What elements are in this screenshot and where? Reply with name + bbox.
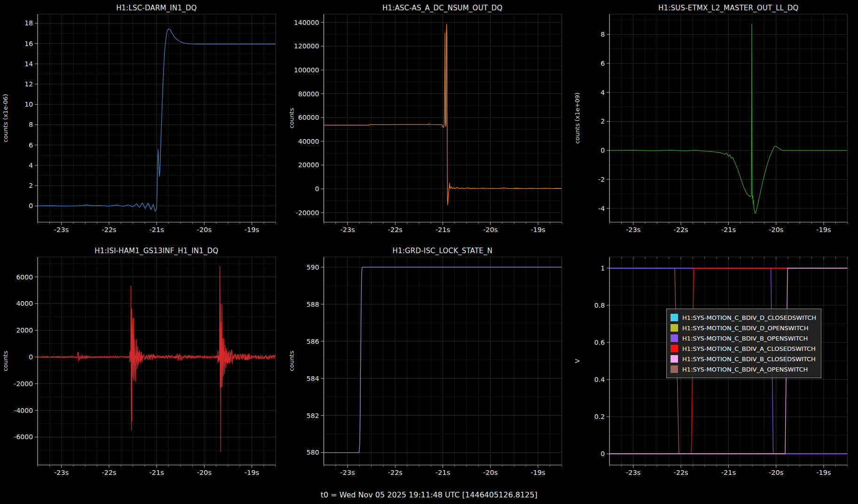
svg-text:-22s: -22s bbox=[101, 469, 116, 476]
svg-text:-4000: -4000 bbox=[14, 407, 33, 414]
svg-text:-20000: -20000 bbox=[296, 209, 319, 217]
svg-text:80000: 80000 bbox=[298, 90, 319, 98]
legend-swatch bbox=[671, 365, 678, 373]
svg-text:12: 12 bbox=[24, 80, 33, 88]
svg-text:6: 6 bbox=[601, 60, 605, 67]
panel-asc-as: H1:ASC-AS_A_DC_NSUM_OUT_DQ -23s-22s-21s-… bbox=[286, 0, 572, 243]
svg-text:40000: 40000 bbox=[298, 138, 319, 145]
svg-text:0.2: 0.2 bbox=[594, 413, 605, 420]
legend-swatch bbox=[671, 314, 678, 321]
asc-as-plot[interactable]: -23s-22s-21s-20s-19s-2000002000040000600… bbox=[286, 0, 572, 243]
legend-entry: H1:SYS-MOTION_C_BDIV_A_CLOSEDSWITCH bbox=[671, 343, 816, 354]
svg-text:6: 6 bbox=[29, 141, 33, 149]
svg-text:-22s: -22s bbox=[388, 226, 402, 233]
panel-sys-motion: -23s-22s-21s-20s-19s00.20.40.60.81V H1:S… bbox=[572, 243, 858, 486]
svg-text:586: 586 bbox=[306, 338, 319, 345]
svg-text:10: 10 bbox=[24, 101, 33, 108]
svg-text:20000: 20000 bbox=[298, 162, 319, 169]
svg-text:-21s: -21s bbox=[721, 226, 736, 233]
legend-entry-label: H1:SYS-MOTION_C_BDIV_B_CLOSEDSWITCH bbox=[682, 356, 816, 363]
svg-text:-22s: -22s bbox=[674, 469, 688, 476]
isi-ham1-plot[interactable]: -23s-22s-21s-20s-19s-6000-4000-200002000… bbox=[0, 243, 286, 486]
svg-text:-20s: -20s bbox=[483, 469, 498, 476]
plot-grid: H1:LSC-DARM_IN1_DQ -23s-22s-21s-20s-19s0… bbox=[0, 0, 858, 486]
legend-entry-label: H1:SYS-MOTION_C_BDIV_A_OPENSWITCH bbox=[682, 366, 808, 373]
svg-text:2: 2 bbox=[601, 117, 605, 125]
sus-etmx-plot[interactable]: -23s-22s-21s-20s-19s-4-202468counts (x1e… bbox=[572, 0, 858, 243]
svg-text:588: 588 bbox=[306, 301, 319, 308]
svg-text:-23s: -23s bbox=[54, 226, 69, 233]
svg-text:8: 8 bbox=[601, 31, 605, 38]
legend-entry: H1:SYS-MOTION_C_BDIV_A_OPENSWITCH bbox=[671, 364, 816, 374]
svg-text:counts (x1e+09): counts (x1e+09) bbox=[574, 93, 581, 144]
svg-text:-23s: -23s bbox=[340, 226, 355, 233]
svg-text:4000: 4000 bbox=[16, 300, 33, 307]
legend-entry-label: H1:SYS-MOTION_C_BDIV_D_OPENSWITCH bbox=[682, 325, 808, 332]
legend-entry: H1:SYS-MOTION_C_BDIV_D_OPENSWITCH bbox=[671, 323, 816, 333]
svg-text:140000: 140000 bbox=[294, 19, 319, 26]
svg-text:-21s: -21s bbox=[149, 226, 164, 233]
svg-text:-21s: -21s bbox=[149, 469, 164, 476]
svg-text:2000: 2000 bbox=[16, 326, 33, 334]
legend-entry: H1:SYS-MOTION_C_BDIV_B_OPENSWITCH bbox=[671, 333, 816, 343]
svg-text:0.6: 0.6 bbox=[594, 339, 605, 346]
svg-text:1: 1 bbox=[601, 264, 605, 272]
svg-text:-20s: -20s bbox=[769, 226, 783, 233]
panel-grd-isc: H1:GRD-ISC_LOCK_STATE_N -23s-22s-21s-20s… bbox=[286, 243, 572, 486]
svg-text:counts: counts bbox=[288, 351, 295, 372]
legend-entry: H1:SYS-MOTION_C_BDIV_B_CLOSEDSWITCH bbox=[671, 354, 816, 364]
svg-text:4: 4 bbox=[29, 162, 33, 169]
svg-text:0: 0 bbox=[29, 202, 33, 209]
svg-text:582: 582 bbox=[306, 412, 319, 419]
t0-timestamp-label: t0 = Wed Nov 05 2025 19:11:48 UTC [14464… bbox=[0, 486, 858, 504]
svg-text:-19s: -19s bbox=[817, 226, 831, 233]
legend-swatch bbox=[671, 345, 678, 352]
svg-text:-2: -2 bbox=[598, 176, 605, 183]
panel-lsc-darm: H1:LSC-DARM_IN1_DQ -23s-22s-21s-20s-19s0… bbox=[0, 0, 286, 243]
svg-text:6000: 6000 bbox=[16, 273, 33, 281]
svg-text:-19s: -19s bbox=[244, 469, 259, 476]
svg-text:0.8: 0.8 bbox=[594, 302, 605, 309]
svg-text:14: 14 bbox=[24, 60, 33, 68]
grd-isc-plot[interactable]: -23s-22s-21s-20s-19s580582584586588590co… bbox=[286, 243, 572, 486]
svg-text:-2000: -2000 bbox=[14, 380, 33, 388]
svg-text:2: 2 bbox=[29, 182, 33, 189]
svg-text:16: 16 bbox=[24, 40, 33, 47]
svg-text:-6000: -6000 bbox=[14, 433, 33, 441]
svg-text:-23s: -23s bbox=[626, 469, 640, 476]
svg-text:-21s: -21s bbox=[721, 469, 736, 476]
svg-text:V: V bbox=[574, 359, 581, 363]
legend-swatch bbox=[671, 355, 678, 363]
svg-text:590: 590 bbox=[306, 264, 319, 271]
svg-text:-19s: -19s bbox=[530, 226, 545, 233]
legend-entry-label: H1:SYS-MOTION_C_BDIV_B_OPENSWITCH bbox=[682, 335, 808, 342]
svg-text:-19s: -19s bbox=[530, 469, 545, 476]
svg-text:-4: -4 bbox=[598, 205, 605, 212]
svg-text:-22s: -22s bbox=[101, 226, 116, 233]
lsc-darm-plot[interactable]: -23s-22s-21s-20s-19s024681012141618count… bbox=[0, 0, 286, 243]
svg-text:-20s: -20s bbox=[483, 226, 498, 233]
svg-text:-19s: -19s bbox=[244, 226, 259, 233]
panel-sus-etmx: H1:SUS-ETMX_L2_MASTER_OUT_LL_DQ -23s-22s… bbox=[572, 0, 858, 243]
legend-entry-label: H1:SYS-MOTION_C_BDIV_D_CLOSEDSWITCH bbox=[682, 314, 816, 321]
svg-text:counts: counts bbox=[288, 108, 295, 129]
svg-text:8: 8 bbox=[29, 121, 33, 129]
svg-text:0: 0 bbox=[29, 353, 33, 361]
svg-text:-21s: -21s bbox=[435, 469, 450, 476]
legend-swatch bbox=[671, 334, 678, 342]
svg-text:60000: 60000 bbox=[298, 114, 319, 121]
svg-text:18: 18 bbox=[24, 19, 33, 27]
legend-entry-label: H1:SYS-MOTION_C_BDIV_A_CLOSEDSWITCH bbox=[682, 345, 816, 352]
svg-text:-20s: -20s bbox=[197, 469, 211, 476]
svg-text:-20s: -20s bbox=[769, 469, 783, 476]
svg-text:-22s: -22s bbox=[674, 226, 688, 233]
svg-text:0: 0 bbox=[601, 450, 605, 457]
svg-text:-20s: -20s bbox=[197, 226, 211, 233]
svg-text:counts: counts bbox=[2, 351, 9, 372]
svg-text:-19s: -19s bbox=[817, 469, 831, 476]
svg-text:580: 580 bbox=[306, 449, 319, 457]
svg-text:-23s: -23s bbox=[54, 469, 69, 476]
svg-text:100000: 100000 bbox=[294, 66, 319, 74]
svg-text:-22s: -22s bbox=[388, 469, 402, 476]
svg-text:0: 0 bbox=[601, 147, 605, 154]
